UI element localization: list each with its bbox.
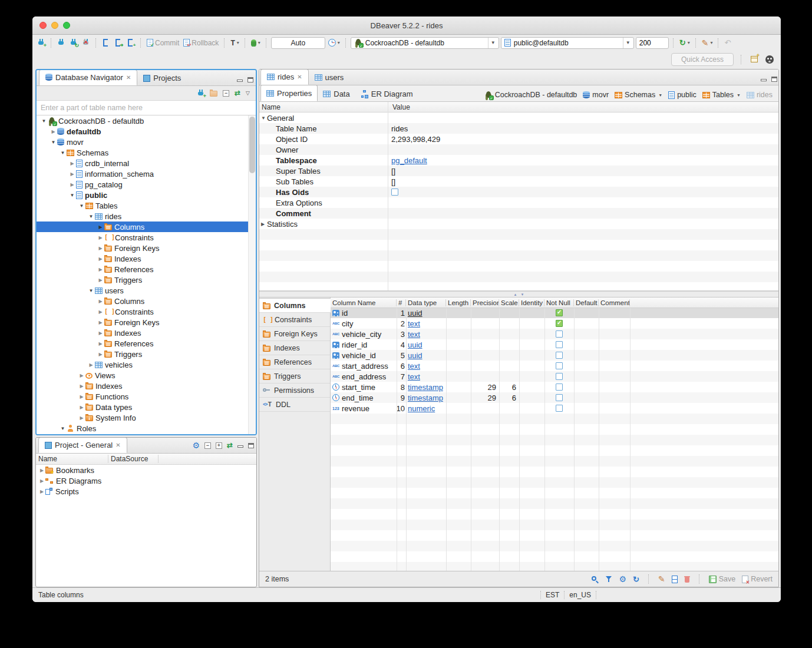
header-identity[interactable]: Identity <box>519 299 544 306</box>
property-row-table-name[interactable]: Table Namerides <box>259 123 778 134</box>
type-link[interactable]: timestamp <box>408 394 443 402</box>
quick-access-button[interactable]: Quick Access <box>671 53 734 66</box>
expand-all-icon[interactable]: + <box>216 442 222 449</box>
delete-icon[interactable] <box>684 576 690 583</box>
property-row-has-oids[interactable]: Has Oids <box>259 187 778 197</box>
detail-tab-indexes[interactable]: Indexes <box>259 341 330 355</box>
detail-tab-permissions[interactable]: Permissions <box>259 383 330 398</box>
connection-combo[interactable]: CockroachDB - defaultdb▼ <box>351 37 499 49</box>
collapse-all-icon[interactable]: − <box>204 442 211 449</box>
breadcrumb-tables[interactable]: Tables▼ <box>702 91 741 99</box>
view-menu-icon[interactable] <box>246 90 250 96</box>
column-row-end-address[interactable]: end_address7text <box>331 371 778 382</box>
column-header-datasource[interactable]: DataSource <box>108 455 159 463</box>
column-row-revenue[interactable]: revenue10numeric <box>331 403 778 414</box>
not-null-checkbox[interactable] <box>556 309 563 316</box>
tree-item-public[interactable]: ▼public <box>37 190 256 200</box>
tree-item-vehicles[interactable]: ▶vehicles <box>37 359 256 370</box>
project-item-bookmarks[interactable]: ▶Bookmarks <box>36 465 256 475</box>
tree-item-rides-references[interactable]: ▶References <box>37 264 256 275</box>
debug-dropdown[interactable]: ▾ <box>250 39 262 47</box>
tree-item-users[interactable]: ▼users <box>37 285 256 296</box>
splitter-sash[interactable]: ▲▼ <box>259 291 778 297</box>
breadcrumb-schemas[interactable]: Schemas▼ <box>615 91 662 99</box>
new-folder-icon[interactable] <box>210 91 217 97</box>
tree-item-rides-constraints[interactable]: ▶Constraints <box>37 232 256 243</box>
filter-icon[interactable] <box>605 576 612 583</box>
property-group-general[interactable]: ▼General <box>259 113 778 123</box>
type-link[interactable]: text <box>408 330 420 339</box>
connect-button[interactable] <box>56 38 67 48</box>
header-scale[interactable]: Scale <box>499 299 519 306</box>
tree-item-indexes[interactable]: ▶Indexes <box>37 381 256 391</box>
fetch-size-input[interactable] <box>636 37 669 49</box>
tree-item-defaultdb[interactable]: ▶defaultdb <box>37 126 256 137</box>
tree-item-information-schema[interactable]: ▶information_schema <box>37 168 256 179</box>
gear-icon[interactable] <box>619 574 626 584</box>
dbeaver-perspective-button[interactable] <box>764 55 775 64</box>
property-row-super-tables[interactable]: Super Tables[] <box>259 166 778 176</box>
tab-projects[interactable]: Projects <box>137 71 187 85</box>
revert-button[interactable]: Revert <box>742 575 773 583</box>
collapse-down-icon[interactable]: ▼ <box>521 293 524 296</box>
tree-scrollbar[interactable] <box>248 115 256 434</box>
close-icon[interactable]: ✕ <box>297 74 302 80</box>
value-view-icon[interactable] <box>672 576 678 583</box>
gear-icon[interactable] <box>192 441 200 450</box>
tree-item-data-types[interactable]: ▶Data types <box>37 402 256 412</box>
detail-tab-constraints[interactable]: Constraints <box>259 313 330 327</box>
new-connection-button[interactable]: + <box>36 38 47 48</box>
link-with-editor-icon[interactable] <box>235 89 240 97</box>
new-sql-editor-button[interactable]: + <box>126 38 136 48</box>
detail-tab-references[interactable]: References <box>259 355 330 369</box>
property-row-object-id[interactable]: Object ID2,293,998,429 <box>259 134 778 144</box>
column-row-start-time[interactable]: start_time8timestamp296 <box>331 382 778 392</box>
new-connection-icon[interactable]: + <box>197 90 204 97</box>
header-precision[interactable]: Precision <box>471 299 499 306</box>
not-null-checkbox[interactable] <box>556 383 563 391</box>
breadcrumb-database[interactable]: movr <box>583 91 609 99</box>
type-link[interactable]: text <box>408 372 420 381</box>
subtab-data[interactable]: Data <box>318 86 355 101</box>
type-link[interactable]: text <box>408 319 420 328</box>
tab-database-navigator[interactable]: Database Navigator ✕ <box>39 70 137 85</box>
minimize-window-button[interactable] <box>51 22 58 29</box>
detail-tab-columns[interactable]: Columns <box>259 298 331 313</box>
header-num[interactable]: # <box>397 299 406 306</box>
tree-item-rides-columns[interactable]: ▶Columns <box>37 221 256 232</box>
disconnect-button[interactable]: ✕ <box>81 38 91 48</box>
collapse-all-icon[interactable]: − <box>223 90 229 97</box>
edit-pencil-icon[interactable] <box>658 574 665 584</box>
tab-project-general[interactable]: Project - General ✕ <box>38 437 127 453</box>
column-header-value[interactable]: Value <box>390 103 410 111</box>
tree-item-users-references[interactable]: ▶References <box>37 338 256 349</box>
tree-item-users-constraints[interactable]: ▶Constraints <box>37 306 256 317</box>
subtab-er-diagram[interactable]: ER Diagram <box>355 86 418 101</box>
close-icon[interactable]: ✕ <box>126 74 131 81</box>
not-null-checkbox[interactable] <box>556 405 563 412</box>
has-oids-checkbox[interactable] <box>391 189 398 196</box>
back-button[interactable] <box>723 38 732 48</box>
column-row-vehicle-id[interactable]: vehicle_id5uuid <box>331 350 778 361</box>
column-row-city[interactable]: city2text <box>331 318 778 329</box>
search-icon[interactable] <box>591 576 599 583</box>
tree-item-functions[interactable]: ▶Functions <box>37 391 256 402</box>
property-group-statistics[interactable]: ▶Statistics <box>259 219 778 229</box>
tree-item-connection[interactable]: ▼CockroachDB - defaultdb <box>37 115 256 126</box>
project-item-er-diagrams[interactable]: ▶ER Diagrams <box>36 475 256 486</box>
column-row-rider-id[interactable]: rider_id4uuid <box>331 339 778 350</box>
not-null-checkbox[interactable] <box>556 320 563 327</box>
property-row-extra-options[interactable]: Extra Options <box>259 197 778 208</box>
column-row-vehicle-city[interactable]: vehicle_city3text <box>331 329 778 339</box>
commit-button[interactable]: ✓Commit <box>146 38 180 48</box>
editor-tab-users[interactable]: users <box>309 70 350 85</box>
refresh-dropdown[interactable]: ▾ <box>678 38 691 48</box>
breadcrumb-schema[interactable]: public <box>668 91 697 99</box>
maximize-editor-icon[interactable] <box>771 77 777 82</box>
type-link[interactable]: uuid <box>408 309 422 318</box>
link-with-editor-icon[interactable] <box>227 441 233 449</box>
column-header-name[interactable]: Name <box>36 455 108 463</box>
column-row-id[interactable]: id1uuid <box>331 308 778 318</box>
detail-tab-triggers[interactable]: Triggers <box>259 369 330 383</box>
breadcrumb-connection[interactable]: CockroachDB - defaultdb <box>484 91 577 99</box>
